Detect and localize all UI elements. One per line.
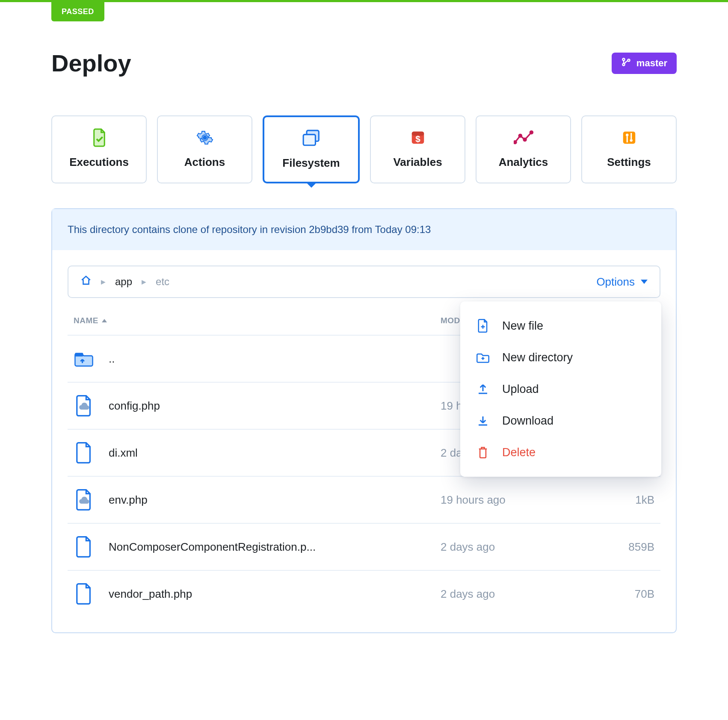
svg-rect-13	[623, 132, 635, 144]
svg-point-0	[622, 58, 624, 60]
download-icon	[476, 413, 490, 428]
file-name: config.php	[109, 399, 160, 413]
dropdown-upload[interactable]: Upload	[460, 373, 661, 405]
breadcrumb: ▶ app ▶ etc	[80, 275, 169, 289]
tab-label: Settings	[586, 156, 672, 169]
table-row[interactable]: NonComposerComponentRegistration.p... 2 …	[68, 523, 660, 570]
upload-icon	[476, 382, 490, 396]
folder-up-icon	[74, 347, 94, 371]
options-dropdown: New file New directory Upload	[460, 301, 661, 477]
tab-variables[interactable]: $ Variables	[370, 115, 465, 183]
filesystem-icon	[269, 129, 354, 148]
file-size: 1kB	[595, 493, 654, 507]
actions-icon	[162, 128, 247, 147]
breadcrumb-item[interactable]: etc	[156, 276, 169, 288]
file-name: NonComposerComponentRegistration.p...	[109, 540, 316, 554]
dropdown-label: New file	[502, 319, 543, 333]
caret-down-icon	[641, 280, 648, 284]
branch-selector[interactable]: master	[612, 53, 677, 74]
svg-point-12	[530, 131, 533, 134]
svg-rect-18	[75, 353, 83, 357]
svg-text:$: $	[415, 134, 420, 144]
file-name: env.php	[109, 493, 148, 507]
dropdown-download[interactable]: Download	[460, 405, 661, 437]
trash-icon	[476, 445, 490, 460]
tab-executions[interactable]: Executions	[51, 115, 147, 183]
file-name: ..	[109, 352, 115, 366]
breadcrumb-item[interactable]: app	[115, 276, 132, 288]
cloud-file-icon	[74, 488, 94, 512]
dropdown-label: New directory	[502, 351, 573, 364]
file-plus-icon	[476, 319, 490, 333]
folder-plus-icon	[476, 350, 490, 365]
analytics-icon	[481, 128, 566, 147]
tab-label: Variables	[375, 156, 460, 169]
svg-rect-5	[303, 135, 315, 145]
variables-icon: $	[375, 128, 460, 147]
dropdown-label: Upload	[502, 383, 539, 396]
tab-label: Executions	[56, 156, 142, 169]
tab-label: Filesystem	[269, 156, 354, 170]
tab-bar: Executions Actions Filesystem	[51, 115, 677, 183]
page-title: Deploy	[51, 49, 131, 77]
options-label: Options	[596, 275, 635, 289]
breadcrumb-bar: ▶ app ▶ etc Options	[68, 266, 660, 298]
column-name[interactable]: NAME	[74, 316, 441, 325]
dropdown-new-file[interactable]: New file	[460, 310, 661, 342]
breadcrumb-separator: ▶	[142, 278, 146, 285]
svg-point-9	[514, 141, 516, 144]
svg-point-10	[519, 134, 521, 137]
branch-icon	[621, 57, 631, 70]
cloud-file-icon	[74, 394, 94, 418]
file-modified: 2 days ago	[441, 587, 595, 601]
info-banner: This directory contains clone of reposit…	[52, 209, 676, 250]
branch-label: master	[636, 58, 667, 69]
file-modified: 19 hours ago	[441, 493, 595, 507]
tab-settings[interactable]: Settings	[581, 115, 677, 183]
tab-label: Actions	[162, 156, 247, 169]
file-size: 70B	[595, 587, 654, 601]
breadcrumb-separator: ▶	[101, 278, 106, 285]
file-name: di.xml	[109, 446, 138, 460]
tab-label: Analytics	[481, 156, 566, 169]
executions-icon	[56, 128, 142, 147]
file-icon	[74, 582, 94, 606]
svg-point-14	[626, 134, 628, 136]
dropdown-new-directory[interactable]: New directory	[460, 342, 661, 373]
file-size: 859B	[595, 540, 654, 554]
tab-actions[interactable]: Actions	[157, 115, 252, 183]
svg-point-2	[627, 59, 630, 61]
tab-analytics[interactable]: Analytics	[476, 115, 571, 183]
column-label: NAME	[74, 316, 98, 325]
svg-point-16	[630, 139, 632, 142]
tab-filesystem[interactable]: Filesystem	[263, 115, 360, 183]
file-icon	[74, 535, 94, 559]
svg-point-1	[622, 63, 624, 65]
file-name: vendor_path.php	[109, 587, 192, 601]
file-icon	[74, 441, 94, 465]
settings-icon	[586, 128, 672, 147]
dropdown-label: Download	[502, 414, 553, 428]
home-icon[interactable]	[80, 275, 92, 289]
svg-point-11	[524, 139, 526, 141]
options-button[interactable]: Options	[596, 275, 648, 289]
file-modified: 2 days ago	[441, 540, 595, 554]
svg-point-3	[203, 136, 207, 140]
dropdown-delete[interactable]: Delete	[460, 437, 661, 468]
table-row[interactable]: env.php 19 hours ago 1kB	[68, 476, 660, 523]
sort-asc-icon	[102, 319, 107, 322]
table-row[interactable]: vendor_path.php 2 days ago 70B	[68, 570, 660, 617]
dropdown-label: Delete	[502, 446, 536, 459]
